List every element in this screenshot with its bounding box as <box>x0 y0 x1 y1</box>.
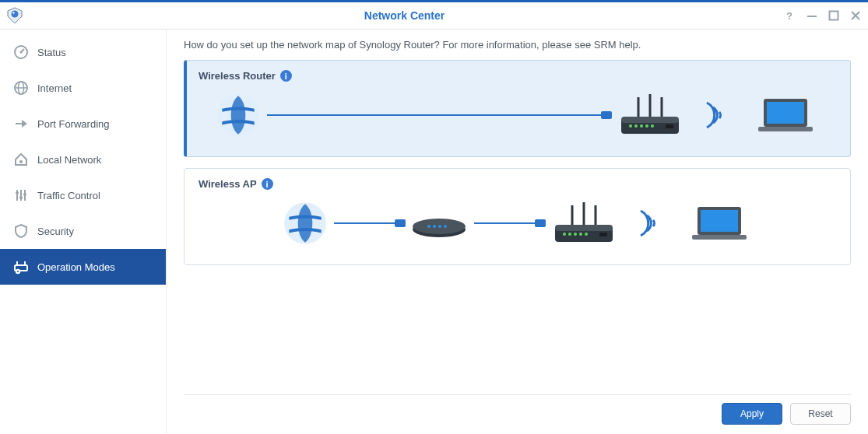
close-icon[interactable] <box>849 9 862 22</box>
shield-icon <box>12 222 30 240</box>
svg-point-14 <box>19 160 23 163</box>
svg-point-36 <box>651 124 654 128</box>
svg-point-32 <box>629 124 632 128</box>
svg-rect-5 <box>830 12 838 20</box>
sliders-icon <box>12 187 30 204</box>
sidebar: Status Internet Port Forwarding Local Ne… <box>0 30 167 434</box>
svg-point-56 <box>579 233 582 236</box>
svg-point-2 <box>12 12 14 13</box>
gauge-icon <box>12 44 30 61</box>
app-logo-icon <box>5 5 25 26</box>
mode-card-wireless-router[interactable]: Wireless Router i <box>184 60 851 157</box>
svg-text:?: ? <box>786 10 792 21</box>
globe-node-icon <box>214 91 262 139</box>
svg-rect-52 <box>555 225 613 231</box>
main-panel: How do you set up the network map of Syn… <box>167 30 868 434</box>
sidebar-item-label: Internet <box>37 82 72 94</box>
apply-button[interactable]: Apply <box>722 403 782 425</box>
svg-rect-37 <box>666 124 673 128</box>
titlebar: Network Center ? <box>0 0 868 30</box>
forward-icon <box>12 115 30 132</box>
svg-point-10 <box>20 51 23 54</box>
intro-text: How do you set up the network map of Syn… <box>184 39 851 51</box>
modem-node-icon <box>409 208 469 239</box>
help-icon[interactable]: ? <box>784 9 796 22</box>
maximize-icon[interactable] <box>828 9 840 22</box>
gear-router-icon <box>12 258 30 275</box>
info-icon[interactable]: i <box>262 178 273 190</box>
sidebar-item-traffic-control[interactable]: Traffic Control <box>0 177 166 213</box>
svg-point-57 <box>585 233 588 236</box>
window-title: Network Center <box>25 9 784 22</box>
wifi-wave-icon <box>636 205 667 242</box>
laptop-node-icon <box>750 91 821 139</box>
svg-point-1 <box>12 11 19 18</box>
svg-point-35 <box>645 124 648 128</box>
sidebar-item-label: Operation Modes <box>37 261 115 273</box>
svg-point-18 <box>16 191 19 194</box>
ethernet-cable-icon <box>334 222 404 224</box>
sidebar-item-label: Security <box>37 226 74 237</box>
svg-point-34 <box>640 124 643 128</box>
sidebar-item-label: Traffic Control <box>37 190 100 201</box>
mode-title: Wireless Router i <box>199 70 836 82</box>
sidebar-item-label: Status <box>37 47 66 58</box>
globe-node-icon <box>281 199 329 247</box>
mode-title-label: Wireless AP <box>199 178 257 190</box>
sidebar-item-local-network[interactable]: Local Network <box>0 142 166 177</box>
svg-point-19 <box>19 196 23 199</box>
svg-point-25 <box>17 271 19 272</box>
footer: Apply Reset <box>184 394 851 425</box>
sidebar-item-operation-modes[interactable]: Operation Modes <box>0 249 166 285</box>
svg-rect-40 <box>758 127 813 131</box>
svg-rect-58 <box>599 233 607 236</box>
svg-rect-4 <box>807 16 817 17</box>
sidebar-item-internet[interactable]: Internet <box>0 70 166 106</box>
router-node-icon <box>549 199 619 247</box>
minimize-icon[interactable] <box>806 9 818 22</box>
diagram-wireless-ap <box>199 196 836 250</box>
sidebar-item-security[interactable]: Security <box>0 213 166 249</box>
svg-point-53 <box>563 233 566 236</box>
mode-title-label: Wireless Router <box>199 70 276 82</box>
svg-rect-61 <box>692 235 747 240</box>
globe-icon <box>12 79 30 96</box>
sidebar-item-status[interactable]: Status <box>0 34 166 70</box>
titlebar-buttons: ? <box>784 9 862 22</box>
ethernet-cable-icon <box>474 222 544 224</box>
svg-point-55 <box>574 233 577 236</box>
svg-point-44 <box>427 225 430 228</box>
mode-title: Wireless AP i <box>199 178 836 190</box>
ethernet-cable-icon <box>267 114 610 116</box>
wifi-wave-icon <box>702 96 733 134</box>
info-icon[interactable]: i <box>280 70 292 82</box>
reset-button[interactable]: Reset <box>790 403 851 425</box>
svg-rect-60 <box>701 210 738 232</box>
svg-point-33 <box>634 124 638 128</box>
router-node-icon <box>615 91 685 139</box>
sidebar-item-port-forwarding[interactable]: Port Forwarding <box>0 106 166 142</box>
laptop-node-icon <box>684 199 754 247</box>
svg-point-47 <box>444 225 447 228</box>
svg-point-54 <box>568 233 571 236</box>
house-network-icon <box>12 151 30 168</box>
svg-point-46 <box>438 225 441 228</box>
diagram-wireless-router <box>199 88 836 142</box>
sidebar-item-label: Port Forwarding <box>37 118 109 130</box>
svg-rect-31 <box>621 117 679 123</box>
sidebar-item-label: Local Network <box>37 154 101 166</box>
svg-point-45 <box>433 225 436 228</box>
svg-point-20 <box>23 193 26 196</box>
svg-rect-39 <box>767 102 804 124</box>
mode-card-wireless-ap[interactable]: Wireless AP i <box>184 168 851 265</box>
